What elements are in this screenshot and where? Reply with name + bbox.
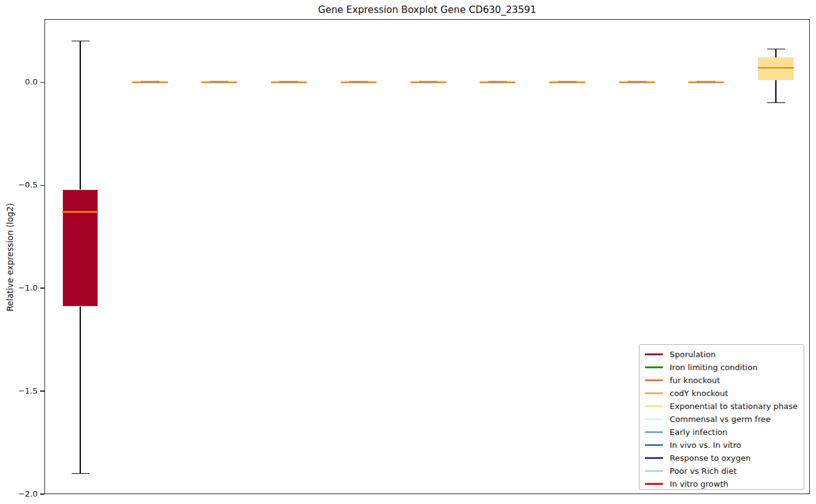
boxplot-collapsed-center [628,81,646,83]
boxplot-whisker-upper [775,49,776,57]
legend-item: codY knockout [645,387,804,400]
boxplot-collapsed-center [488,81,507,83]
boxplot-collapsed-center [419,81,438,83]
boxplot-collapsed-center [558,81,577,83]
boxplot-cap-upper [767,49,785,49]
legend-item: Early infection [645,426,804,439]
legend-swatch-line [645,470,663,471]
legend-item: Response to oxygen [645,452,804,465]
legend-label: Sporulation [670,350,716,359]
legend-label: Response to oxygen [670,453,751,463]
legend-swatch-line [645,366,663,368]
legend-swatch-line [645,418,663,419]
boxplot-collapsed-center [349,81,368,83]
legend-swatch-line [645,457,663,458]
boxplot-box [758,57,794,80]
legend-item: Exponential to stationary phase [645,400,804,413]
boxplot-whisker-lower [775,80,776,103]
boxplot-box [62,189,98,307]
legend-label: Poor vs Rich diet [670,466,736,476]
boxplot-cap-lower [767,102,785,103]
boxplot-cap-upper [72,41,90,41]
legend-item: In vivo vs. In vitro [645,439,804,452]
legend-swatch-line [645,392,663,394]
legend-swatch-line [645,444,663,445]
y-tick-label: −1.0 [12,283,38,292]
boxplot-whisker-lower [80,307,80,473]
legend-label: In vitro growth [670,479,728,489]
legend-label: Iron limiting condition [670,363,757,372]
legend-label: In vivo vs. In vitro [670,440,741,450]
y-axis-label: Relative expression (log2) [5,177,15,337]
y-tick-label: −1.5 [12,386,38,395]
legend-item: Sporulation [645,348,804,361]
boxplot-collapsed-center [210,81,228,83]
legend-swatch-line [645,483,663,484]
y-tick-label: −2.0 [12,489,38,498]
y-tick-mark [40,390,44,391]
legend: SporulationIron limiting conditionfur kn… [639,344,804,490]
y-tick-label: −0.5 [12,180,38,189]
legend-swatch-line [645,379,663,381]
y-tick-mark [40,82,44,83]
legend-item: Iron limiting condition [645,361,804,374]
chart-title: Gene Expression Boxplot Gene CD630_23591 [44,4,810,15]
legend-label: codY knockout [670,389,728,398]
legend-item: Commensal vs germ free [645,413,804,426]
boxplot-whisker-upper [80,41,80,189]
legend-item: In vitro growth [645,477,804,490]
y-tick-label: 0.0 [12,77,38,86]
legend-label: Early infection [670,428,727,437]
boxplot-collapsed-center [280,81,298,83]
legend-swatch-line [645,431,663,432]
y-tick-mark [40,287,44,288]
legend-swatch-line [645,353,663,355]
boxplot-collapsed-center [697,81,715,83]
legend-label: Exponential to stationary phase [670,402,797,411]
y-tick-mark [40,185,44,186]
figure: Gene Expression Boxplot Gene CD630_23591… [0,0,816,504]
legend-item: fur knockout [645,374,804,387]
y-tick-mark [40,494,44,494]
legend-item: Poor vs Rich diet [645,465,804,477]
boxplot-collapsed-center [141,81,159,83]
legend-label: fur knockout [670,376,720,385]
legend-label: Commensal vs germ free [670,415,770,424]
legend-rows: SporulationIron limiting conditionfur kn… [645,348,804,490]
boxplot-cap-lower [72,473,90,474]
legend-swatch-line [645,405,663,407]
boxplot-median [758,67,794,68]
boxplot-median [62,211,98,212]
